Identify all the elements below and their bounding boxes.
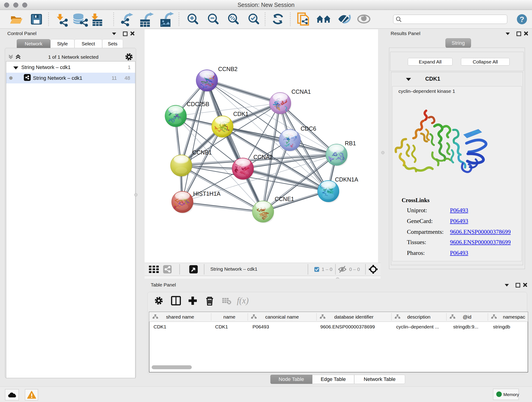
- svg-text:CCNA2: CCNA2: [253, 154, 273, 160]
- svg-text:HIST1H1A: HIST1H1A: [193, 191, 221, 197]
- svg-text:CDK1: CDK1: [233, 111, 249, 117]
- svg-text:CDC25B: CDC25B: [187, 101, 209, 107]
- svg-text:CCNE1: CCNE1: [275, 196, 294, 202]
- svg-text:RB1: RB1: [345, 140, 356, 147]
- svg-text:CCNB2: CCNB2: [218, 66, 238, 72]
- svg-text:CDC6: CDC6: [301, 125, 316, 132]
- svg-text:CCNB1: CCNB1: [192, 149, 212, 156]
- svg-text:CDKN1A: CDKN1A: [335, 176, 358, 183]
- svg-text:f(x): f(x): [237, 296, 249, 306]
- svg-text:CCNA1: CCNA1: [291, 89, 311, 95]
